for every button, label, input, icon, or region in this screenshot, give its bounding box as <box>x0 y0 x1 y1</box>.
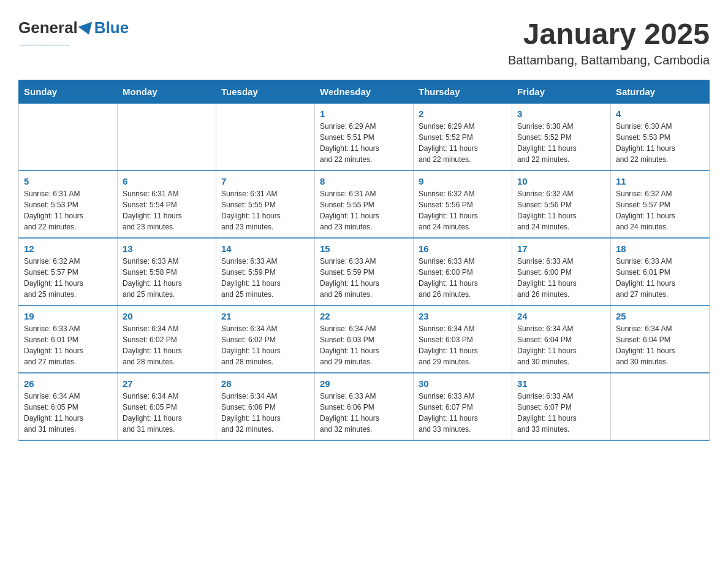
day-info: Sunrise: 6:33 AM Sunset: 5:58 PM Dayligh… <box>123 256 211 300</box>
day-number: 12 <box>24 243 112 254</box>
day-info: Sunrise: 6:34 AM Sunset: 6:02 PM Dayligh… <box>221 323 309 367</box>
day-number: 31 <box>517 378 605 389</box>
day-info: Sunrise: 6:33 AM Sunset: 6:06 PM Dayligh… <box>320 391 408 435</box>
day-info: Sunrise: 6:29 AM Sunset: 5:51 PM Dayligh… <box>320 121 408 165</box>
header: General Blue __________ January 2025 Bat… <box>18 18 710 67</box>
subtitle: Battambang, Battambang, Cambodia <box>508 53 710 67</box>
logo-triangle-icon <box>78 21 96 37</box>
calendar-cell: 28Sunrise: 6:34 AM Sunset: 6:06 PM Dayli… <box>216 373 315 440</box>
day-info: Sunrise: 6:33 AM Sunset: 6:07 PM Dayligh… <box>517 391 605 435</box>
day-info: Sunrise: 6:33 AM Sunset: 5:59 PM Dayligh… <box>221 256 309 300</box>
day-number: 19 <box>24 311 112 321</box>
day-info: Sunrise: 6:32 AM Sunset: 5:56 PM Dayligh… <box>419 188 507 232</box>
calendar-week-row: 19Sunrise: 6:33 AM Sunset: 6:01 PM Dayli… <box>19 305 710 373</box>
calendar-cell: 25Sunrise: 6:34 AM Sunset: 6:04 PM Dayli… <box>611 305 710 373</box>
day-number: 23 <box>419 311 507 321</box>
logo-area: General Blue __________ <box>18 18 129 45</box>
day-number: 13 <box>123 243 211 254</box>
calendar-cell <box>19 103 118 170</box>
day-info: Sunrise: 6:34 AM Sunset: 6:03 PM Dayligh… <box>419 323 507 367</box>
day-info: Sunrise: 6:34 AM Sunset: 6:05 PM Dayligh… <box>24 391 112 435</box>
day-info: Sunrise: 6:31 AM Sunset: 5:55 PM Dayligh… <box>221 188 309 232</box>
day-info: Sunrise: 6:31 AM Sunset: 5:53 PM Dayligh… <box>24 188 112 232</box>
day-info: Sunrise: 6:30 AM Sunset: 5:53 PM Dayligh… <box>616 121 704 165</box>
calendar-cell: 22Sunrise: 6:34 AM Sunset: 6:03 PM Dayli… <box>315 305 414 373</box>
day-number: 17 <box>517 243 605 254</box>
day-number: 4 <box>616 109 704 119</box>
day-number: 27 <box>123 378 211 389</box>
day-info: Sunrise: 6:33 AM Sunset: 6:01 PM Dayligh… <box>24 323 112 367</box>
logo-blue-container: Blue <box>78 18 129 37</box>
calendar-cell: 24Sunrise: 6:34 AM Sunset: 6:04 PM Dayli… <box>512 305 611 373</box>
calendar-week-row: 12Sunrise: 6:32 AM Sunset: 5:57 PM Dayli… <box>19 238 710 305</box>
day-number: 21 <box>221 311 309 321</box>
calendar-cell: 18Sunrise: 6:33 AM Sunset: 6:01 PM Dayli… <box>611 238 710 305</box>
calendar-cell: 8Sunrise: 6:31 AM Sunset: 5:55 PM Daylig… <box>315 170 414 238</box>
day-info: Sunrise: 6:34 AM Sunset: 6:05 PM Dayligh… <box>123 391 211 435</box>
calendar-week-row: 26Sunrise: 6:34 AM Sunset: 6:05 PM Dayli… <box>19 373 710 440</box>
day-info: Sunrise: 6:31 AM Sunset: 5:55 PM Dayligh… <box>320 188 408 232</box>
calendar-cell: 31Sunrise: 6:33 AM Sunset: 6:07 PM Dayli… <box>512 373 611 440</box>
day-info: Sunrise: 6:34 AM Sunset: 6:02 PM Dayligh… <box>123 323 211 367</box>
weekday-header-friday: Friday <box>512 80 611 103</box>
calendar-cell: 1Sunrise: 6:29 AM Sunset: 5:51 PM Daylig… <box>315 103 414 170</box>
title-area: January 2025 Battambang, Battambang, Cam… <box>508 18 710 67</box>
weekday-header-monday: Monday <box>118 80 216 103</box>
day-info: Sunrise: 6:34 AM Sunset: 6:04 PM Dayligh… <box>517 323 605 367</box>
day-number: 10 <box>517 176 605 186</box>
calendar-cell: 30Sunrise: 6:33 AM Sunset: 6:07 PM Dayli… <box>414 373 512 440</box>
day-info: Sunrise: 6:34 AM Sunset: 6:04 PM Dayligh… <box>616 323 704 367</box>
day-number: 15 <box>320 243 408 254</box>
day-info: Sunrise: 6:34 AM Sunset: 6:06 PM Dayligh… <box>221 391 309 435</box>
calendar-cell: 14Sunrise: 6:33 AM Sunset: 5:59 PM Dayli… <box>216 238 315 305</box>
day-number: 14 <box>221 243 309 254</box>
calendar-cell: 6Sunrise: 6:31 AM Sunset: 5:54 PM Daylig… <box>118 170 216 238</box>
weekday-header-saturday: Saturday <box>611 80 710 103</box>
calendar-cell: 27Sunrise: 6:34 AM Sunset: 6:05 PM Dayli… <box>118 373 216 440</box>
weekday-header-row: SundayMondayTuesdayWednesdayThursdayFrid… <box>19 80 710 103</box>
calendar-cell <box>216 103 315 170</box>
day-number: 6 <box>123 176 211 186</box>
day-number: 8 <box>320 176 408 186</box>
calendar-cell: 29Sunrise: 6:33 AM Sunset: 6:06 PM Dayli… <box>315 373 414 440</box>
weekday-header-thursday: Thursday <box>414 80 512 103</box>
day-number: 3 <box>517 109 605 119</box>
weekday-header-tuesday: Tuesday <box>216 80 315 103</box>
day-info: Sunrise: 6:32 AM Sunset: 5:56 PM Dayligh… <box>517 188 605 232</box>
calendar-cell: 5Sunrise: 6:31 AM Sunset: 5:53 PM Daylig… <box>19 170 118 238</box>
calendar-week-row: 1Sunrise: 6:29 AM Sunset: 5:51 PM Daylig… <box>19 103 710 170</box>
logo-blue-text: Blue <box>94 18 129 37</box>
calendar-cell: 23Sunrise: 6:34 AM Sunset: 6:03 PM Dayli… <box>414 305 512 373</box>
day-number: 25 <box>616 311 704 321</box>
day-number: 9 <box>419 176 507 186</box>
logo-underline: __________ <box>20 36 70 45</box>
day-number: 16 <box>419 243 507 254</box>
calendar-cell: 9Sunrise: 6:32 AM Sunset: 5:56 PM Daylig… <box>414 170 512 238</box>
weekday-header-wednesday: Wednesday <box>315 80 414 103</box>
day-number: 1 <box>320 109 408 119</box>
calendar-cell <box>118 103 216 170</box>
calendar-cell: 10Sunrise: 6:32 AM Sunset: 5:56 PM Dayli… <box>512 170 611 238</box>
day-info: Sunrise: 6:33 AM Sunset: 6:00 PM Dayligh… <box>517 256 605 300</box>
calendar-cell: 3Sunrise: 6:30 AM Sunset: 5:52 PM Daylig… <box>512 103 611 170</box>
day-number: 11 <box>616 176 704 186</box>
day-info: Sunrise: 6:29 AM Sunset: 5:52 PM Dayligh… <box>419 121 507 165</box>
weekday-header-sunday: Sunday <box>19 80 118 103</box>
day-number: 28 <box>221 378 309 389</box>
day-number: 18 <box>616 243 704 254</box>
day-number: 30 <box>419 378 507 389</box>
calendar-cell: 21Sunrise: 6:34 AM Sunset: 6:02 PM Dayli… <box>216 305 315 373</box>
calendar-table: SundayMondayTuesdayWednesdayThursdayFrid… <box>18 80 710 441</box>
calendar-cell <box>611 373 710 440</box>
day-info: Sunrise: 6:31 AM Sunset: 5:54 PM Dayligh… <box>123 188 211 232</box>
day-number: 7 <box>221 176 309 186</box>
day-number: 22 <box>320 311 408 321</box>
day-number: 5 <box>24 176 112 186</box>
day-info: Sunrise: 6:34 AM Sunset: 6:03 PM Dayligh… <box>320 323 408 367</box>
calendar-cell: 2Sunrise: 6:29 AM Sunset: 5:52 PM Daylig… <box>414 103 512 170</box>
day-number: 24 <box>517 311 605 321</box>
day-info: Sunrise: 6:33 AM Sunset: 5:59 PM Dayligh… <box>320 256 408 300</box>
calendar-cell: 13Sunrise: 6:33 AM Sunset: 5:58 PM Dayli… <box>118 238 216 305</box>
day-info: Sunrise: 6:30 AM Sunset: 5:52 PM Dayligh… <box>517 121 605 165</box>
day-info: Sunrise: 6:33 AM Sunset: 6:00 PM Dayligh… <box>419 256 507 300</box>
